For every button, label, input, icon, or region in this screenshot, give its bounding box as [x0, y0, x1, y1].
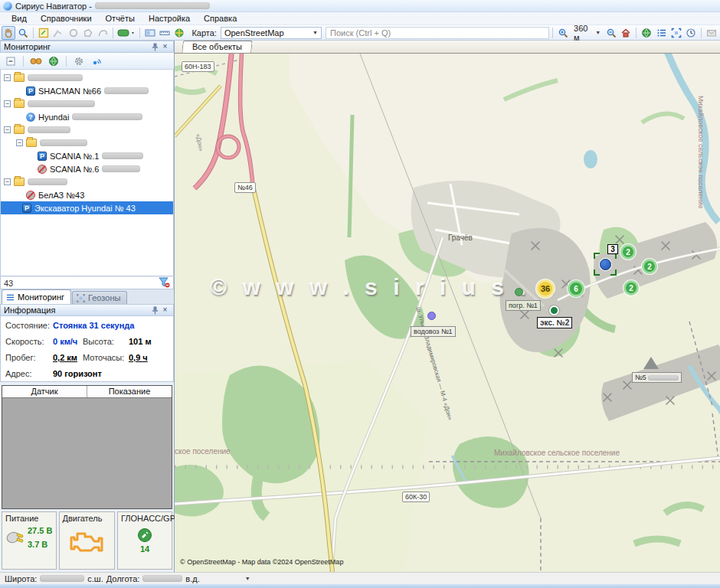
- column-value[interactable]: Показание: [87, 386, 172, 397]
- loader-marker[interactable]: [515, 288, 523, 296]
- pin-icon[interactable]: [150, 305, 160, 315]
- tree-group[interactable]: −: [1, 71, 173, 84]
- tree-group[interactable]: −: [1, 136, 173, 149]
- cluster-marker-36[interactable]: 36: [536, 279, 555, 298]
- show-all-on-map-button[interactable]: [46, 54, 61, 68]
- geodata-icon: [174, 28, 185, 38]
- history-button[interactable]: [684, 26, 698, 40]
- draw-line-button[interactable]: [51, 26, 65, 40]
- tree-item[interactable]: SCANIA №.6: [1, 162, 173, 175]
- map-canvas[interactable]: «Дон» © w w w . s i r i u s . s u 60Н-18…: [175, 54, 720, 572]
- selected-vehicle-marker[interactable]: [600, 259, 611, 270]
- draw-circle-button[interactable]: [67, 26, 80, 40]
- messages-button[interactable]: [705, 26, 718, 40]
- sensors-table-body-redacted: [2, 398, 172, 508]
- select-area-icon: [38, 28, 49, 38]
- cluster-marker-2b[interactable]: 2: [642, 259, 657, 274]
- zoom-out-button[interactable]: [604, 26, 618, 40]
- draw-route-button[interactable]: [96, 26, 110, 40]
- tree-expander[interactable]: −: [4, 74, 11, 81]
- tree-group[interactable]: −: [1, 97, 173, 110]
- menu-reports[interactable]: Отчёты: [99, 13, 142, 24]
- circle-icon: [68, 28, 79, 38]
- mileage-link[interactable]: 0,2 км: [53, 353, 83, 362]
- menu-help[interactable]: Справка: [197, 13, 244, 24]
- zoom-scale-select[interactable]: 360 м ▼: [571, 24, 604, 42]
- water-truck-marker[interactable]: [427, 312, 436, 320]
- object-list-button[interactable]: [654, 26, 668, 40]
- cluster-marker-6[interactable]: 6: [568, 280, 584, 297]
- ruler-button[interactable]: [158, 26, 172, 40]
- home-view-button[interactable]: [619, 26, 633, 40]
- redacted-text: [648, 375, 679, 381]
- selected-cluster-count[interactable]: 3: [607, 244, 618, 254]
- tree-group[interactable]: −: [1, 123, 173, 136]
- map-provider-select[interactable]: OpenStreetMap ▼: [221, 27, 322, 39]
- tree-expander[interactable]: −: [4, 100, 11, 107]
- longitude-suffix: в.д.: [185, 574, 199, 583]
- power-voltage-main: 27.5 В: [28, 526, 52, 535]
- column-sensor[interactable]: Датчик: [2, 386, 87, 397]
- sirius-watermark: © w w w . s i r i u s . s u: [210, 274, 588, 300]
- close-icon[interactable]: ×: [160, 305, 170, 315]
- world-map-button[interactable]: [640, 26, 653, 40]
- tree-expander[interactable]: −: [16, 139, 23, 146]
- tracking-mode-button[interactable]: [89, 54, 104, 68]
- tab-monitoring[interactable]: Мониторинг: [2, 289, 71, 304]
- draw-polygon-button[interactable]: [81, 26, 95, 40]
- tree-settings-button[interactable]: [71, 54, 87, 68]
- tree-item[interactable]: БелАЗ №43: [1, 188, 173, 201]
- excavator-marker[interactable]: [549, 305, 559, 315]
- filter-funnel-icon[interactable]: [159, 277, 170, 289]
- frame-icon: [671, 28, 682, 38]
- speed-label: Скорость:: [5, 337, 53, 346]
- zoom-in-button[interactable]: [556, 26, 570, 40]
- mileage-label: Пробег:: [5, 353, 53, 362]
- menu-directories[interactable]: Справочники: [34, 13, 99, 24]
- engine-hours-link[interactable]: 0,9 ч: [129, 353, 169, 362]
- select-area-button[interactable]: [37, 26, 51, 40]
- selection-frame-button[interactable]: [669, 26, 683, 40]
- minimap-button[interactable]: [143, 26, 157, 40]
- cluster-marker-2a[interactable]: 2: [620, 244, 636, 260]
- magnifier-button[interactable]: [16, 26, 30, 40]
- find-object-button[interactable]: [28, 54, 44, 68]
- tree-item[interactable]: P SCANIA №.1: [1, 149, 173, 162]
- state-label: Состояние:: [5, 321, 53, 330]
- menu-view[interactable]: Вид: [5, 13, 34, 24]
- redacted-longitude: [142, 575, 182, 582]
- collapse-all-button[interactable]: [3, 54, 18, 68]
- no-signal-status-icon: [38, 165, 47, 174]
- tree-expander[interactable]: −: [4, 178, 11, 185]
- horizon5-label: №5: [632, 372, 682, 383]
- pin-icon[interactable]: [150, 42, 160, 52]
- tree-item[interactable]: ? Hyundai: [1, 110, 173, 123]
- status-dropdown-arrow[interactable]: ▼: [245, 576, 250, 581]
- tree-expander[interactable]: −: [4, 126, 11, 133]
- cluster-marker-2c[interactable]: 2: [623, 280, 639, 296]
- tree-group[interactable]: −: [1, 175, 173, 188]
- engine-gauge: Двигатель: [59, 511, 115, 570]
- tree-item-selected[interactable]: P Экскаватор Hyundai № 43: [1, 201, 173, 214]
- tree-filter-row: 43: [0, 276, 174, 289]
- pan-tool-button[interactable]: [2, 26, 15, 40]
- map-tab-label: Все объекты: [192, 42, 242, 51]
- map-area: Все объекты: [175, 41, 720, 572]
- tree-item-label: SHACMAN №66: [38, 87, 101, 96]
- tree-filter-text[interactable]: 43: [4, 279, 13, 288]
- chevron-down-icon: ▼: [595, 30, 601, 35]
- map-tab-bar: Все объекты: [175, 41, 720, 54]
- layers-button[interactable]: [116, 26, 136, 40]
- geodata-button[interactable]: [172, 26, 186, 40]
- map-tab-all-objects[interactable]: Все объекты: [182, 41, 253, 53]
- address-label: Адрес:: [5, 369, 53, 378]
- close-icon[interactable]: ×: [160, 42, 170, 52]
- tab-geozones[interactable]: Геозоны: [72, 291, 127, 304]
- clock-icon: [686, 28, 696, 38]
- tree-item[interactable]: P SHACMAN №66: [1, 84, 173, 97]
- longitude-label: Долгота:: [106, 574, 140, 583]
- road-badge-60k30: 60К-30: [402, 492, 430, 502]
- search-input[interactable]: [326, 27, 549, 39]
- redacted-text: [40, 139, 87, 146]
- menu-settings[interactable]: Настройка: [142, 13, 197, 24]
